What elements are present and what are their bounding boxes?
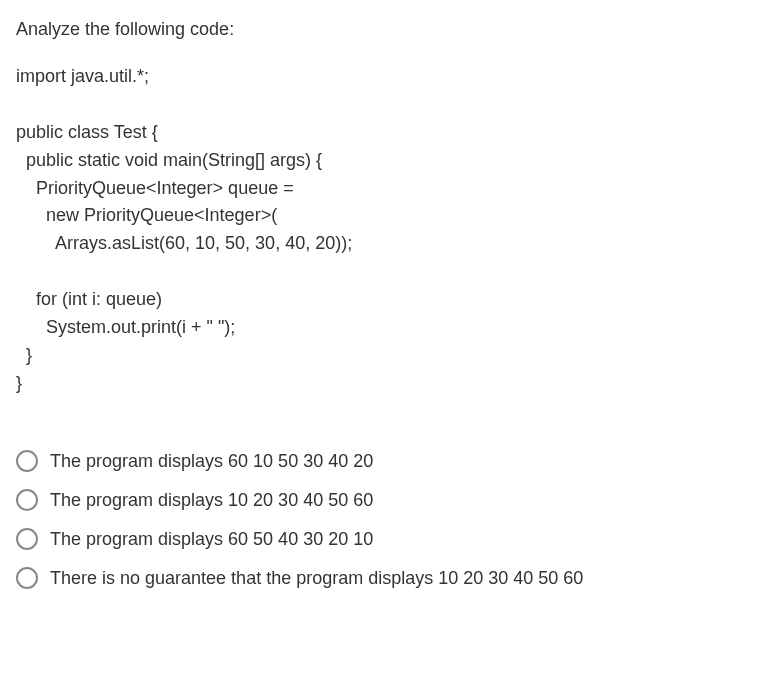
- radio-icon[interactable]: [16, 528, 38, 550]
- options-list: The program displays 60 10 50 30 40 20 T…: [16, 448, 750, 592]
- option-label: The program displays 60 50 40 30 20 10: [50, 526, 373, 553]
- option-row[interactable]: The program displays 60 50 40 30 20 10: [16, 526, 750, 553]
- radio-icon[interactable]: [16, 567, 38, 589]
- code-block: import java.util.*; public class Test { …: [16, 63, 750, 398]
- radio-icon[interactable]: [16, 450, 38, 472]
- radio-icon[interactable]: [16, 489, 38, 511]
- option-label: There is no guarantee that the program d…: [50, 565, 583, 592]
- question-prompt: Analyze the following code:: [16, 16, 750, 43]
- option-row[interactable]: There is no guarantee that the program d…: [16, 565, 750, 592]
- option-label: The program displays 60 10 50 30 40 20: [50, 448, 373, 475]
- option-row[interactable]: The program displays 60 10 50 30 40 20: [16, 448, 750, 475]
- option-row[interactable]: The program displays 10 20 30 40 50 60: [16, 487, 750, 514]
- option-label: The program displays 10 20 30 40 50 60: [50, 487, 373, 514]
